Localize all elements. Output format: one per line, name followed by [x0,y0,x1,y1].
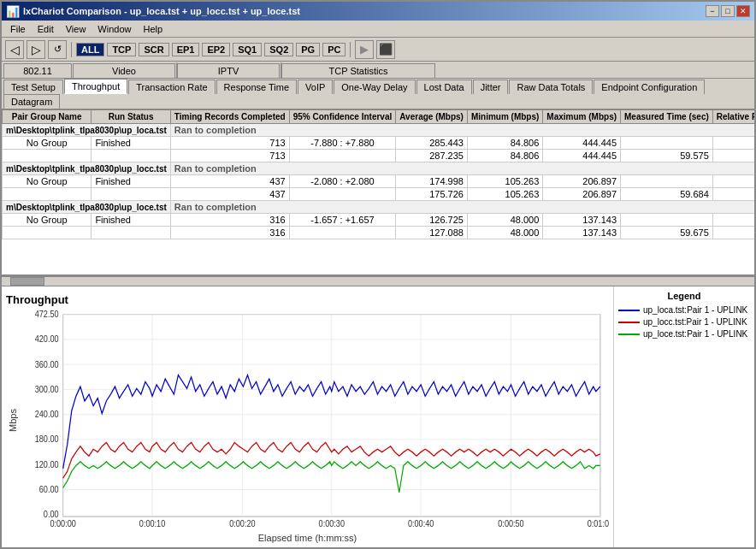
tab-80211[interactable]: 802.11 [3,63,72,78]
tab-response-time[interactable]: Response Time [216,80,297,94]
menu-bar: File Edit View Window Help [2,21,754,38]
col-prec: Relative Precision [712,110,754,124]
meas-time [621,137,713,150]
legend-items: up_loca.tst:Pair 1 - UPLINK up_locc.tst:… [618,305,750,339]
toolbar-tcp[interactable]: TCP [107,43,136,56]
window-controls: − □ ✕ [706,5,750,17]
legend-item: up_loce.tst:Pair 1 - UPLINK [618,329,750,339]
toolbar-ep1[interactable]: EP1 [172,43,200,56]
ci: -1.657 : +1.657 [289,214,396,227]
toolbar-play[interactable]: ▶ [355,40,374,59]
col-ci: 95% Confidence Interval [289,110,396,124]
toolbar-sq1[interactable]: SQ1 [233,43,262,56]
max-val: 206.897 [543,175,621,188]
file-path: m\Desktop\tplink_tlpa8030p\up_locc.tst [3,162,171,175]
legend-label-1: up_locc.tst:Pair 1 - UPLINK [643,317,747,327]
chart-title: Throughput [6,293,609,306]
tabs-row2: Test Setup Throughput Transaction Rate R… [2,79,754,109]
window-title: IxChariot Comparison - up_loca.tst + up_… [23,6,300,16]
svg-text:300.00: 300.00 [35,384,59,394]
tab-one-way-delay[interactable]: One-Way Delay [334,80,415,94]
toolbar-pg[interactable]: PG [296,43,320,56]
tab-endpoint-config[interactable]: Endpoint Configuration [594,80,705,94]
col-run-status: Run Status [92,110,170,124]
close-button[interactable]: ✕ [736,5,750,17]
legend-line-1 [618,322,640,323]
tab-test-setup[interactable]: Test Setup [3,80,63,94]
prec2: 1.304 [712,227,754,239]
col-time: Measured Time (sec) [621,110,713,124]
tab-tcp-stats[interactable]: TCP Statistics [281,63,435,78]
prec2: 2.743 [712,150,754,162]
tab-voip[interactable]: VoIP [298,80,333,94]
tab-throughput[interactable]: Throughput [64,79,127,94]
main-window: 📊 IxChariot Comparison - up_loca.tst + u… [0,0,756,549]
menu-view[interactable]: View [61,23,92,35]
svg-text:120.00: 120.00 [35,459,59,469]
toolbar-sep1 [71,42,72,57]
col-timing: Timing Records Completed [170,110,289,124]
tab-transaction-rate[interactable]: Transaction Rate [128,80,215,94]
tab-jitter[interactable]: Jitter [473,80,509,94]
svg-text:472.50: 472.50 [35,310,59,319]
group-name2 [3,188,92,201]
toolbar: ◁ ▷ ↺ ALL TCP SCR EP1 EP2 SQ1 SQ2 PG PC … [2,38,754,62]
min-val: 84.806 [467,137,542,150]
menu-window[interactable]: Window [92,23,136,35]
tab-video[interactable]: Video [73,63,175,78]
group-name2 [3,150,92,162]
legend-panel: Legend up_loca.tst:Pair 1 - UPLINK up_lo… [613,286,754,547]
legend-line-0 [618,310,640,311]
avg2: 175.726 [396,188,468,201]
avg: 174.998 [396,175,468,188]
tab-raw-data[interactable]: Raw Data Totals [509,80,593,94]
legend-label-0: up_loca.tst:Pair 1 - UPLINK [643,305,747,315]
toolbar-ep2[interactable]: EP2 [202,43,230,56]
ci2 [289,150,396,162]
ci2 [289,188,396,201]
rel-prec [712,137,754,150]
svg-text:0:00:20: 0:00:20 [229,519,255,529]
svg-text:0:00:40: 0:00:40 [408,519,434,529]
y-axis-label: Mbps [6,310,20,531]
toolbar-pc[interactable]: PC [322,43,346,56]
svg-text:0:00:00: 0:00:00 [50,519,75,529]
run-status: Finished [92,214,170,227]
x-axis-label: Elapsed time (h:mm:ss) [6,533,609,543]
menu-help[interactable]: Help [138,23,168,35]
avg: 285.443 [396,137,468,150]
maximize-button[interactable]: □ [721,5,735,17]
menu-file[interactable]: File [5,23,31,35]
table-hscroll[interactable] [2,276,754,286]
toolbar-sep2 [350,42,351,57]
timing2: 316 [170,227,289,239]
group-name: No Group [3,175,92,188]
timing: 713 [170,137,289,150]
legend-item: up_loca.tst:Pair 1 - UPLINK [618,305,750,315]
svg-text:60.00: 60.00 [39,484,59,494]
tab-iptv[interactable]: IPTV [177,63,280,78]
toolbar-sq2[interactable]: SQ2 [264,43,293,56]
min2: 48.000 [467,227,542,239]
menu-edit[interactable]: Edit [32,23,59,35]
toolbar-refresh[interactable]: ↺ [48,40,67,59]
svg-text:420.00: 420.00 [35,334,59,345]
svg-text:180.00: 180.00 [35,434,59,445]
meas-time [621,214,713,227]
run-status2 [92,227,170,239]
toolbar-stop[interactable]: ⬛ [376,40,395,59]
toolbar-all[interactable]: ALL [76,43,104,56]
timing: 437 [170,175,289,188]
meas-time [621,175,713,188]
toolbar-fwd[interactable]: ▷ [27,40,45,59]
toolbar-scr[interactable]: SCR [139,43,168,56]
file-status: Ran to completion [170,124,754,137]
title-bar: 📊 IxChariot Comparison - up_loca.tst + u… [2,2,754,21]
legend-title: Legend [618,291,750,301]
minimize-button[interactable]: − [706,5,719,17]
min2: 84.806 [467,150,542,162]
toolbar-back[interactable]: ◁ [5,40,24,59]
min-val: 48.000 [467,214,542,227]
tab-datagram[interactable]: Datagram [3,94,60,109]
tab-lost-data[interactable]: Lost Data [416,80,472,94]
